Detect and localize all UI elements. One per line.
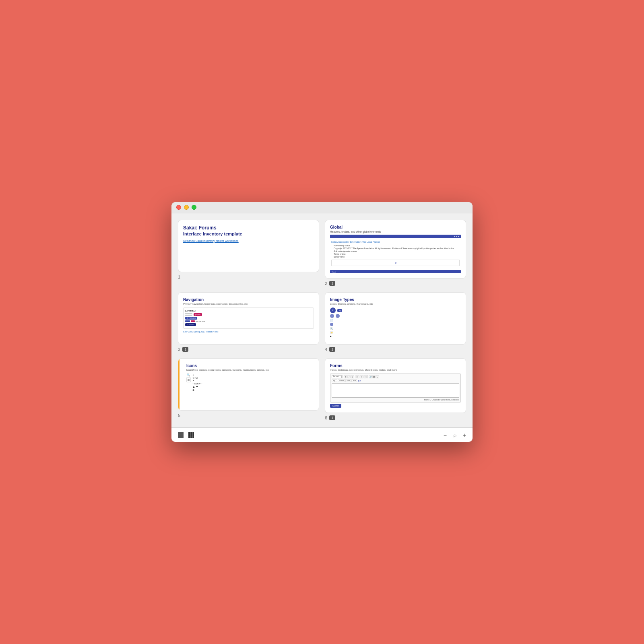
separator-3 — [367, 375, 368, 378]
slide-6-wrapper: Forms Inputs, textareas, select menus, c… — [325, 358, 466, 421]
img-icon-2: 🔧 — [330, 327, 333, 330]
more-btn[interactable]: + — [376, 375, 379, 378]
toolbar-row-2: Sty.. Format Font Size B I — [332, 379, 459, 382]
underline-btn[interactable]: U — [351, 375, 354, 378]
slide5-sub: Magnifying glasses, social icons, spinne… — [186, 369, 314, 371]
align-right-btn[interactable]: ≡ — [363, 375, 367, 378]
icon-magnify: 🔍 ⊞ — [186, 374, 191, 391]
bullet-3: Terms of Use — [334, 253, 460, 256]
slide-5-wrapper: Icons Magnifying glasses, social icons, … — [178, 358, 319, 421]
icons-col: ✓ ★ Full ⚑ ─ GEN V ─ ▲ — [192, 374, 202, 391]
icon-box-1: ⊞ — [186, 377, 191, 382]
font-size-btn[interactable]: Font — [345, 379, 351, 382]
slide3-sub: Primary navigation, footer nav, paginati… — [183, 303, 314, 305]
status-bar: Home 0 Character Link HTML Strikeout — [332, 398, 459, 401]
forms-editor: Format B I U ≡ ≡ ≡ 🔗 — [330, 374, 461, 402]
nav-dot-2 — [456, 236, 457, 237]
bold-btn[interactable]: B — [344, 375, 347, 378]
example-label: EXAMPLE: — [185, 310, 312, 312]
slide1-link[interactable]: Return to Sakai inventory master workshe… — [183, 239, 314, 242]
avatar-large: SJ — [330, 308, 336, 313]
char-count: Home 0 Character Link HTML Strikeout — [424, 398, 459, 401]
slide-5-number: 5 — [178, 412, 319, 419]
slide2-footer: Sakai — [330, 270, 461, 273]
nav-row-1: primary — [185, 313, 312, 316]
slides-grid: Sakai: Forums Interface Inventory templa… — [178, 220, 466, 421]
maximize-button[interactable] — [192, 205, 196, 210]
slide-2-wrapper: Global Headers, footers, and other globa… — [325, 220, 466, 287]
breadcrumb-link[interactable]: SMPL101 Spring 2017 Forum — [183, 330, 213, 333]
slide-4-number: 4 1 — [325, 346, 466, 353]
font-size-num[interactable]: Size — [351, 379, 357, 382]
img-row-1: SJ Tag — [330, 308, 461, 313]
icon-label-half: ⚑ — [192, 380, 202, 382]
img-label: ▶ — [330, 335, 332, 337]
forums-tag: 🗨 FORUMS — [185, 317, 197, 320]
slide2-link[interactable]: Sakai Accessibility Information: The Leg… — [331, 241, 460, 244]
slide2-content: Sakai Accessibility Information: The Leg… — [330, 239, 461, 269]
slide3-badge: 1 — [182, 347, 188, 352]
img-tag: Tag — [337, 309, 342, 312]
slide-3-wrapper: Navigation Primary navigation, footer na… — [178, 292, 319, 353]
slide-2: Global Headers, footers, and other globa… — [325, 220, 466, 279]
slide4-sub: Logos, themes, avatars, thumbnails, etc — [330, 303, 461, 305]
img-icon-3: 📁 — [330, 331, 333, 334]
img-row-7: ▶ — [330, 335, 461, 337]
avatar-small-1 — [330, 314, 334, 318]
img-btn[interactable]: 🖼 — [372, 375, 376, 378]
toolbar-row-1: Format B I U ≡ ≡ ≡ 🔗 — [332, 375, 459, 378]
nav-item-pink: primary — [194, 313, 202, 316]
search-button[interactable]: ⌕ — [453, 432, 456, 438]
breadcrumb-current: Test — [214, 330, 218, 333]
view-controls — [178, 432, 194, 438]
slide2-footer-text: Sakai — [332, 271, 336, 273]
bullet-4: Server Time — [334, 256, 460, 258]
slide6-badge: 1 — [329, 415, 335, 420]
italic-btn[interactable]: I — [347, 375, 351, 378]
font-format-btn[interactable]: Format — [338, 379, 345, 382]
icon-check: ✓ — [192, 374, 202, 376]
zoom-in-button[interactable]: + — [463, 432, 466, 438]
slide-3-number: 3 1 — [178, 346, 319, 353]
slide6-title: Forms — [330, 363, 461, 368]
slide-2-number: 2 1 — [325, 280, 466, 287]
slide-4-wrapper: Image Types Logos, themes, avatars, thum… — [325, 292, 466, 353]
slide-3: Navigation Primary navigation, footer na… — [178, 292, 319, 345]
slide6-sub: Inputs, textareas, select menus, checkbo… — [330, 369, 461, 371]
slide2-header: Global — [330, 225, 461, 229]
minimize-button[interactable] — [184, 205, 189, 210]
textarea[interactable] — [332, 383, 459, 398]
slide-1-wrapper: Sakai: Forums Interface Inventory templa… — [178, 220, 319, 287]
align-center-btn[interactable]: ≡ — [360, 375, 363, 378]
img-small-icon: 📄 — [330, 319, 333, 322]
slide5-content: Icons Magnifying glasses, social icons, … — [183, 363, 314, 391]
zoom-out-button[interactable]: − — [444, 432, 447, 438]
yellow-accent-bar — [178, 359, 180, 410]
slide3-example: EXAMPLE: primary 🗨 FORUMS — [183, 308, 314, 329]
grid-view-button[interactable] — [188, 432, 194, 438]
submit-area: Submit — [330, 404, 461, 408]
nav-dot-3 — [458, 236, 459, 237]
img-row-6: 📁 — [330, 331, 461, 334]
nav-dot-1 — [454, 236, 455, 237]
title-bar — [171, 202, 473, 213]
list-view-icon — [178, 432, 184, 438]
arrow-row: ▲ ▼ — [192, 385, 202, 388]
list-view-button[interactable] — [178, 432, 184, 438]
format-select[interactable]: Format — [332, 375, 342, 378]
browser-window: Sakai: Forums Interface Inventory templa… — [171, 202, 473, 442]
icon-label-star: ★ Full — [192, 377, 202, 379]
submit-btn[interactable]: Submit — [330, 404, 341, 408]
slide3-breadcrumb: SMPL101 Spring 2017 Forum / Test — [183, 330, 314, 333]
align-left-btn[interactable]: ≡ — [356, 375, 359, 378]
close-button[interactable] — [176, 205, 181, 210]
grid-view-icon — [188, 432, 194, 438]
separator-1 — [343, 375, 343, 378]
slider-row: ─ GEN V ─ — [192, 382, 202, 385]
nav-row-3: test sub here — [185, 320, 312, 322]
circle-icon — [330, 323, 333, 326]
link-btn[interactable]: 🔗 — [369, 375, 372, 378]
nav-row-2: 🗨 FORUMS — [185, 317, 312, 320]
font-style-btn[interactable]: Sty.. — [332, 379, 337, 382]
slide4-title: Image Types — [330, 297, 461, 302]
